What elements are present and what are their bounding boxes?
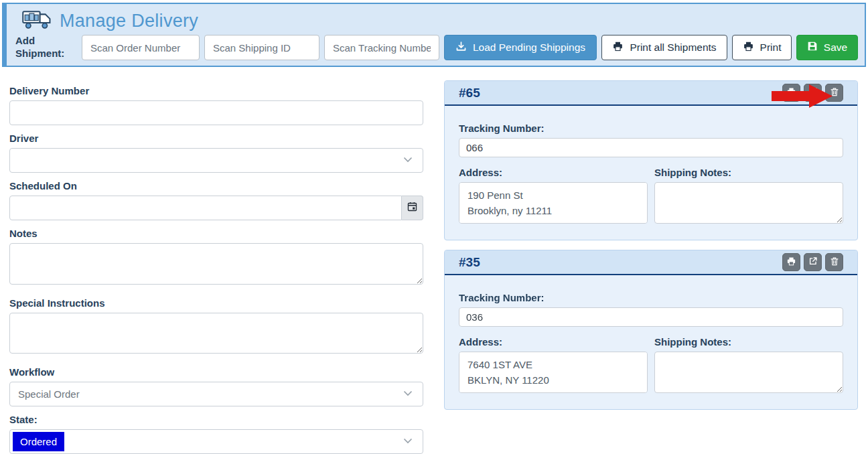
download-icon [455, 41, 467, 55]
address-textarea[interactable]: 7640 1ST AVE BKLYN, NY 11220 [459, 352, 648, 393]
shipping-notes-field: Shipping Notes: [654, 337, 843, 396]
shipment-card-35: #35 [444, 250, 858, 410]
external-link-icon [808, 256, 818, 268]
header-panel: Manage Delivery Add Shipment: Load Pendi… [2, 3, 866, 67]
special-instructions-group: Special Instructions [9, 298, 423, 356]
load-pending-shippings-button[interactable]: Load Pending Shippings [444, 35, 597, 60]
state-group: State: Ordered [9, 414, 423, 454]
workflow-group: Workflow Special Order [9, 367, 423, 406]
save-icon [807, 41, 818, 54]
tracking-number-input[interactable] [459, 307, 843, 327]
delivery-form: Delivery Number Driver Scheduled On [9, 86, 423, 454]
trash-icon [830, 87, 839, 98]
shipment-actions [782, 253, 843, 271]
scheduled-on-label: Scheduled On [9, 181, 423, 191]
page-title: Manage Delivery [60, 11, 198, 31]
print-button-label: Print [760, 42, 782, 54]
external-link-icon [808, 87, 818, 98]
address-field: Address: 7640 1ST AVE BKLYN, NY 11220 [459, 337, 648, 396]
chevron-down-icon [403, 435, 413, 449]
open-shipment-button[interactable] [804, 253, 822, 271]
address-field: Address: 190 Penn St Brooklyn, ny 11211 [459, 167, 648, 226]
driver-group: Driver [9, 133, 423, 173]
state-select[interactable]: Ordered [9, 429, 423, 454]
chevron-down-icon [403, 154, 413, 167]
chevron-down-icon [403, 388, 413, 401]
address-label: Address: [459, 337, 648, 347]
delivery-number-input[interactable] [9, 100, 423, 125]
print-all-shipments-label: Print all Shipments [630, 42, 716, 54]
shipments-list: #65 [444, 80, 858, 419]
delivery-number-label: Delivery Number [9, 86, 423, 96]
notes-group: Notes [9, 228, 423, 287]
shipping-notes-textarea[interactable] [654, 352, 843, 393]
shipment-card-65: #65 [444, 80, 858, 240]
delivery-number-group: Delivery Number [9, 86, 423, 125]
print-button[interactable]: Print [732, 35, 792, 60]
printer-icon [743, 41, 754, 55]
print-all-shipments-button[interactable]: Print all Shipments [601, 35, 727, 60]
special-instructions-label: Special Instructions [9, 298, 423, 308]
scan-shipping-id-input[interactable] [204, 35, 319, 60]
tracking-number-label: Tracking Number: [459, 293, 843, 303]
shipping-notes-textarea[interactable] [654, 182, 843, 224]
shipment-card-body: Tracking Number: Address: 190 Penn St Br… [445, 106, 857, 240]
open-shipment-button[interactable] [804, 84, 822, 102]
scan-tracking-number-input[interactable] [324, 35, 439, 60]
special-instructions-textarea[interactable] [9, 313, 423, 354]
shipping-notes-field: Shipping Notes: [654, 167, 843, 226]
scan-order-number-input[interactable] [82, 35, 200, 60]
notes-textarea[interactable] [9, 243, 423, 285]
print-shipment-button[interactable] [782, 84, 800, 102]
state-label: State: [9, 414, 423, 425]
workflow-select[interactable]: Special Order [9, 382, 423, 406]
save-button[interactable]: Save [796, 35, 858, 60]
shipment-id: #65 [459, 86, 480, 100]
shipment-card-body: Tracking Number: Address: 7640 1ST AVE B… [445, 275, 857, 409]
add-shipment-label: Add Shipment: [15, 35, 77, 60]
load-pending-shippings-label: Load Pending Shippings [473, 42, 585, 54]
shipment-card-header: #35 [445, 250, 857, 275]
title-row: Manage Delivery [15, 7, 858, 34]
shipment-id: #35 [459, 255, 480, 270]
notes-label: Notes [9, 228, 423, 238]
shipping-notes-label: Shipping Notes: [654, 337, 843, 347]
printer-icon [786, 256, 796, 269]
printer-icon [612, 41, 624, 55]
shipping-notes-label: Shipping Notes: [654, 167, 843, 177]
delete-shipment-button[interactable] [825, 253, 843, 271]
tracking-number-input[interactable] [459, 138, 843, 157]
driver-select[interactable] [9, 148, 423, 173]
calendar-icon [407, 201, 418, 215]
main-content: Delivery Number Driver Scheduled On [0, 67, 868, 454]
save-button-label: Save [824, 42, 847, 54]
trash-icon [830, 256, 839, 268]
date-picker-button[interactable] [402, 196, 423, 220]
shipment-card-header: #65 [445, 81, 857, 106]
scheduled-on-input[interactable] [9, 196, 402, 220]
address-textarea[interactable]: 190 Penn St Brooklyn, ny 11211 [459, 182, 648, 224]
manage-delivery-page: Manage Delivery Add Shipment: Load Pendi… [0, 3, 868, 454]
workflow-label: Workflow [9, 367, 423, 377]
shipment-actions [782, 84, 843, 102]
workflow-select-value: Special Order [18, 388, 80, 400]
address-label: Address: [459, 167, 648, 177]
driver-label: Driver [9, 133, 423, 143]
scheduled-on-group: Scheduled On [9, 181, 423, 220]
printer-icon [786, 87, 796, 99]
tracking-number-label: Tracking Number: [459, 123, 843, 133]
state-badge: Ordered [13, 432, 64, 451]
print-shipment-button[interactable] [782, 253, 800, 271]
delivery-truck-icon [22, 9, 52, 32]
delete-shipment-button[interactable] [825, 84, 843, 102]
add-shipment-toolbar: Add Shipment: Load Pending Shippings [15, 35, 858, 60]
